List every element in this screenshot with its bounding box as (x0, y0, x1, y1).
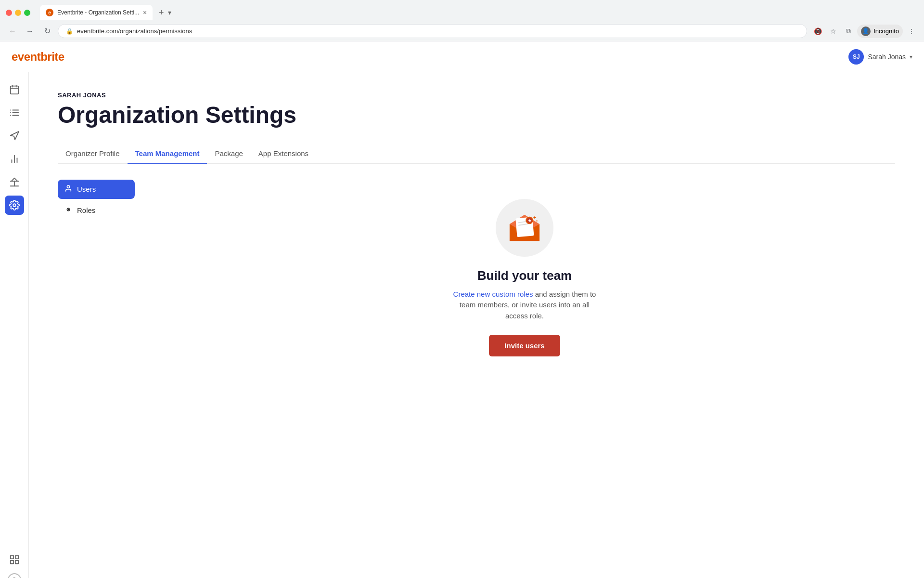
app-container: ? SARAH JONAS Organization Settings Orga… (0, 72, 924, 578)
page-title: Organization Settings (58, 103, 895, 128)
split-view-icon[interactable]: ⧉ (842, 25, 855, 38)
logo-text: eventbrite (12, 50, 64, 64)
active-tab[interactable]: e Eventbrite - Organization Setti... × (40, 5, 153, 20)
incognito-avatar: 👤 (861, 26, 871, 36)
browser-chrome: e Eventbrite - Organization Setti... × +… (0, 0, 924, 41)
menu-item-roles[interactable]: Roles (58, 201, 135, 220)
menu-item-users-label: Users (77, 185, 96, 193)
tab-app-extensions[interactable]: App Extensions (251, 144, 316, 163)
left-sidebar: ? (0, 72, 29, 578)
left-panel: Users Roles (58, 180, 135, 357)
secure-icon: 🔒 (66, 28, 73, 35)
svg-rect-17 (10, 556, 13, 559)
invite-users-button[interactable]: Invite users (489, 335, 560, 356)
sidebar-item-settings[interactable] (5, 196, 24, 215)
avatar: SJ (848, 49, 864, 65)
camera-off-icon[interactable]: 📵 (811, 25, 824, 38)
app-topnav: eventbrite SJ Sarah Jonas ▾ (0, 41, 924, 72)
org-label: SARAH JONAS (58, 92, 895, 99)
bookmark-icon[interactable]: ☆ (826, 25, 840, 38)
address-bar[interactable]: 🔒 eventbrite.com/organizations/permissio… (58, 24, 807, 38)
tabs-bar: Organizer Profile Team Management Packag… (58, 144, 895, 164)
browser-window-controls (6, 10, 30, 16)
more-options-button[interactable]: ⋮ (905, 25, 918, 38)
browser-action-buttons: 📵 ☆ ⧉ 👤 Incognito ⋮ (811, 25, 918, 38)
build-team-description: Create new custom roles and assign them … (452, 289, 597, 322)
maximize-window-button[interactable] (24, 10, 30, 16)
sidebar-item-help[interactable]: ? (8, 573, 21, 578)
minimize-window-button[interactable] (15, 10, 21, 16)
panel-menu: Users Roles (58, 180, 135, 220)
svg-point-23 (68, 209, 68, 210)
tab-bar: e Eventbrite - Organization Setti... × +… (34, 4, 183, 21)
user-menu[interactable]: SJ Sarah Jonas ▾ (848, 49, 912, 65)
svg-rect-19 (10, 561, 13, 564)
sidebar-item-apps[interactable] (5, 550, 24, 569)
tab-team-management[interactable]: Team Management (128, 144, 207, 163)
tab-search-button[interactable]: ▾ (168, 9, 177, 16)
svg-rect-0 (10, 86, 18, 94)
sidebar-item-finance[interactable] (5, 172, 24, 192)
sidebar-item-calendar[interactable] (5, 80, 24, 99)
right-panel: ★ ✦ ✦ Build your team Create new custom … (154, 180, 895, 357)
back-button[interactable]: ← (6, 25, 19, 38)
browser-toolbar: ← → ↻ 🔒 eventbrite.com/organizations/per… (0, 21, 924, 41)
menu-item-users[interactable]: Users (58, 180, 135, 199)
envelope-illustration: ★ ✦ ✦ (505, 211, 544, 245)
new-tab-button[interactable]: + (154, 6, 168, 19)
tab-organizer-profile[interactable]: Organizer Profile (58, 144, 128, 163)
content-area: Users Roles (58, 180, 895, 357)
user-name: Sarah Jonas (868, 53, 906, 61)
close-window-button[interactable] (6, 10, 12, 16)
roles-icon (64, 206, 72, 215)
logo[interactable]: eventbrite (12, 50, 64, 64)
main-content: SARAH JONAS Organization Settings Organi… (29, 72, 924, 578)
svg-text:✦: ✦ (536, 219, 538, 223)
incognito-button[interactable]: 👤 Incognito (857, 25, 903, 38)
menu-item-roles-label: Roles (77, 206, 95, 214)
build-team-title: Build your team (477, 268, 572, 283)
sidebar-item-marketing[interactable] (5, 126, 24, 145)
svg-text:★: ★ (528, 218, 532, 223)
tab-favicon: e (46, 9, 53, 16)
url-text: eventbrite.com/organizations/permissions (77, 27, 799, 35)
svg-rect-20 (15, 561, 18, 564)
chevron-down-icon: ▾ (910, 53, 912, 60)
reload-button[interactable]: ↻ (40, 25, 54, 38)
svg-point-21 (67, 185, 69, 188)
browser-titlebar: e Eventbrite - Organization Setti... × +… (0, 0, 924, 21)
forward-button[interactable]: → (23, 25, 37, 38)
incognito-label: Incognito (873, 27, 899, 35)
create-custom-roles-link[interactable]: Create new custom roles (453, 290, 533, 298)
svg-rect-18 (15, 556, 18, 559)
tab-close-button[interactable]: × (143, 9, 147, 16)
sidebar-item-list[interactable] (5, 103, 24, 122)
svg-point-16 (13, 204, 16, 207)
illustration-container: ★ ✦ ✦ (496, 199, 553, 257)
sidebar-item-reports[interactable] (5, 149, 24, 169)
users-icon (64, 184, 72, 194)
tab-package[interactable]: Package (207, 144, 250, 163)
tab-title: Eventbrite - Organization Setti... (57, 9, 139, 16)
